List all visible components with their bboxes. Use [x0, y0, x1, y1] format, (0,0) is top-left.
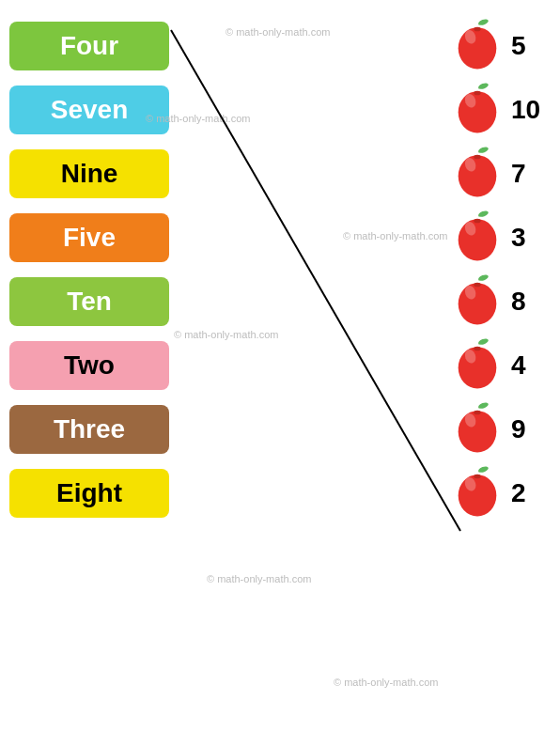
svg-point-16	[477, 273, 489, 282]
apple-item-9: 9	[449, 405, 539, 454]
apple-item-2: 2	[449, 469, 539, 518]
apple-item-5: 5	[449, 22, 539, 70]
word-ten: Ten	[9, 277, 169, 326]
word-five: Five	[9, 213, 169, 262]
word-nine: Nine	[9, 149, 169, 198]
svg-point-13	[459, 219, 497, 260]
apple-icon	[449, 337, 506, 394]
svg-point-11	[474, 155, 480, 160]
svg-point-4	[477, 82, 489, 90]
number-label-9: 9	[511, 414, 539, 444]
svg-point-31	[474, 475, 480, 479]
svg-point-5	[459, 91, 497, 132]
apple-icon	[449, 401, 506, 458]
word-eight: Eight	[9, 469, 169, 518]
apple-icon	[449, 18, 506, 74]
svg-point-24	[477, 401, 489, 410]
apple-icon	[449, 146, 506, 202]
word-seven: Seven	[9, 86, 169, 134]
svg-point-15	[474, 219, 480, 224]
svg-point-17	[459, 283, 497, 324]
apple-icon	[449, 210, 506, 266]
number-label-3: 3	[511, 223, 539, 253]
right-column: 5 10 7	[438, 9, 560, 525]
word-two: Two	[9, 341, 169, 390]
main-container: FourSevenNineFiveTenTwoThreeEight 5 10	[0, 0, 560, 747]
svg-point-28	[477, 465, 489, 474]
svg-point-12	[477, 210, 489, 218]
apple-icon	[449, 465, 506, 521]
apple-icon	[449, 273, 506, 330]
svg-point-1	[459, 27, 497, 69]
svg-point-23	[474, 347, 480, 351]
number-label-5: 5	[511, 31, 539, 61]
svg-point-0	[477, 18, 489, 26]
apple-item-3: 3	[449, 213, 539, 262]
apple-item-8: 8	[449, 277, 539, 326]
svg-point-27	[474, 411, 480, 415]
word-three: Three	[9, 405, 169, 454]
apple-item-7: 7	[449, 149, 539, 198]
svg-point-25	[459, 411, 497, 452]
svg-point-20	[477, 337, 489, 346]
word-four: Four	[9, 22, 169, 70]
svg-point-29	[459, 475, 497, 516]
svg-point-21	[459, 347, 497, 388]
number-label-8: 8	[511, 287, 539, 317]
svg-point-19	[474, 283, 480, 288]
number-label-2: 2	[511, 478, 539, 508]
apple-item-10: 10	[449, 86, 539, 134]
number-label-7: 7	[511, 159, 539, 189]
left-column: FourSevenNineFiveTenTwoThreeEight	[0, 9, 207, 525]
svg-point-3	[474, 27, 480, 32]
svg-point-7	[474, 91, 480, 96]
svg-point-8	[477, 146, 489, 154]
apple-item-4: 4	[449, 341, 539, 390]
number-label-4: 4	[511, 350, 539, 381]
svg-point-9	[459, 155, 497, 196]
apple-icon	[449, 82, 506, 138]
number-label-10: 10	[511, 95, 539, 125]
